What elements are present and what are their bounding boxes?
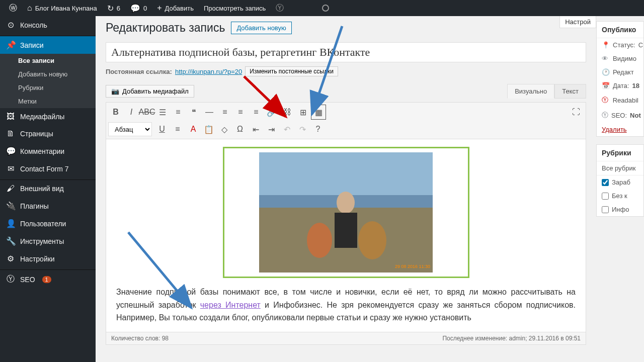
categories-box: Рубрики Все рубрик Зараб Без к Инфо <box>596 144 644 217</box>
text-color-button[interactable]: A <box>186 122 201 137</box>
site-name[interactable]: ⌂Блог Ивана Кунпана <box>22 0 102 16</box>
svg-rect-0 <box>259 152 433 195</box>
menu-pages-label: Страницы <box>20 130 53 138</box>
wp-logo[interactable]: ⓦ <box>4 0 22 16</box>
quote-button[interactable]: ❝ <box>186 105 201 120</box>
calendar-icon: 📅 <box>602 82 610 89</box>
svg-rect-4 <box>335 213 357 248</box>
menu-settings[interactable]: ⚙Настройки <box>0 250 96 267</box>
menu-media[interactable]: 🖾Медиафайлы <box>0 108 96 125</box>
delete-link[interactable]: Удалить <box>602 126 627 133</box>
pin-icon: 📌 <box>6 40 15 50</box>
paste-text-button[interactable]: 📋 <box>201 122 216 137</box>
svg-point-5 <box>307 223 332 258</box>
special-char-button[interactable]: Ω <box>232 122 248 137</box>
cat-tab-all[interactable]: Все рубрик <box>597 161 643 175</box>
hr-button[interactable]: — <box>202 105 217 120</box>
content-link[interactable]: через Интернет <box>200 301 261 309</box>
link-button[interactable]: 🔗 <box>264 105 279 120</box>
menu-cf7[interactable]: ✉Contact Form 7 <box>0 160 96 177</box>
align-right-button[interactable]: ≡ <box>249 105 264 120</box>
toolbar-toggle-button[interactable]: ▦ <box>311 105 326 120</box>
bold-button[interactable]: B <box>108 105 123 120</box>
undo-button[interactable]: ↶ <box>279 122 294 137</box>
submenu-tags[interactable]: Метки <box>0 95 96 108</box>
user-icon: 👤 <box>6 219 15 228</box>
editor-content[interactable]: 29 08 2016 11:30 Значение подписной базы… <box>106 139 586 332</box>
updates[interactable]: ↻6 <box>102 0 125 16</box>
cat-checkbox-3[interactable] <box>602 206 609 213</box>
menu-plugins[interactable]: 🔌Плагины <box>0 197 96 215</box>
outdent-button[interactable]: ⇤ <box>248 122 263 137</box>
post-title-input[interactable] <box>106 42 586 62</box>
align-left-button[interactable]: ≡ <box>217 105 232 120</box>
help-button[interactable]: ? <box>310 122 326 137</box>
svg-text:29 08 2016 11:30: 29 08 2016 11:30 <box>395 264 430 269</box>
permalink-label: Постоянная ссылка: <box>106 68 172 75</box>
fullscreen-button[interactable]: ⛶ <box>569 105 584 120</box>
bullet-list-button[interactable]: ☰ <box>155 105 170 120</box>
clock-icon: 🕐 <box>602 68 610 76</box>
format-select[interactable]: Абзац <box>108 122 152 136</box>
admin-sidebar: ⊙Консоль 📌Записи Все записи Добавить нов… <box>0 16 96 362</box>
menu-users-label: Пользователи <box>20 220 66 228</box>
permalink-url[interactable]: http://ikunpan.ru/?p=20 <box>175 68 242 75</box>
menu-seo[interactable]: ⓎSEO1 <box>0 270 96 289</box>
tab-visual[interactable]: Визуально <box>507 84 554 99</box>
sliders-icon: ⚙ <box>6 254 15 263</box>
menu-appearance[interactable]: 🖌Внешний вид <box>0 180 96 197</box>
menu-plugins-label: Плагины <box>20 202 49 210</box>
menu-appearance-label: Внешний вид <box>20 185 64 193</box>
add-media-button[interactable]: 📷Добавить медиафайл <box>106 85 194 98</box>
wrench-icon: 🔧 <box>6 236 15 246</box>
menu-dashboard[interactable]: ⊙Консоль <box>0 16 96 34</box>
updates-count: 6 <box>117 5 120 12</box>
view-post[interactable]: Просмотреть запись <box>199 0 271 16</box>
media-icon: 🖾 <box>6 112 15 121</box>
more-button[interactable]: ⊞ <box>295 105 310 120</box>
italic-button[interactable]: I <box>124 105 139 120</box>
categories-head: Рубрики <box>597 145 643 161</box>
align-center-button[interactable]: ≡ <box>233 105 248 120</box>
post-image[interactable]: 29 08 2016 11:30 <box>259 152 433 273</box>
word-count: Количество слов: 98 <box>111 335 169 342</box>
menu-posts-label: Записи <box>20 41 43 49</box>
selected-image-frame: 29 08 2016 11:30 <box>223 147 469 278</box>
comments-count: 0 <box>143 5 147 12</box>
seo-badge: 1 <box>42 276 51 283</box>
screen-options-tab[interactable]: Настрой <box>559 16 596 28</box>
submenu-all-posts[interactable]: Все записи <box>0 54 96 67</box>
menu-users[interactable]: 👤Пользователи <box>0 215 96 232</box>
brush-icon: 🖌 <box>6 184 15 193</box>
yoast-icon: Ⓨ <box>602 111 608 120</box>
yoast-icon[interactable]: Ⓨ <box>271 0 289 16</box>
menu-comments[interactable]: 💬Комментарии <box>0 142 96 160</box>
cat-checkbox-2[interactable] <box>602 193 609 200</box>
menu-tools[interactable]: 🔧Инструменты <box>0 232 96 250</box>
underline-button[interactable]: U <box>154 122 170 137</box>
new-content[interactable]: +Добавить <box>152 0 199 16</box>
clear-format-button[interactable]: ◇ <box>217 122 232 137</box>
comments-bubble[interactable]: 💬0 <box>125 0 152 16</box>
unlink-button[interactable]: ⛓ <box>280 105 295 120</box>
menu-tools-label: Инструменты <box>20 237 64 245</box>
cat-checkbox-1[interactable] <box>602 179 609 186</box>
justify-button[interactable]: ≡ <box>170 122 185 137</box>
add-new-button[interactable]: Добавить новую <box>231 22 291 34</box>
publish-box: Опублико 📍Статус: С 👁Видимо 🕐Редакт 📅Дат… <box>596 21 644 137</box>
redo-button[interactable]: ↷ <box>295 122 310 137</box>
strike-button[interactable]: ABC <box>139 105 154 120</box>
menu-pages[interactable]: 🗎Страницы <box>0 125 96 142</box>
number-list-button[interactable]: ≡ <box>171 105 186 120</box>
submenu-categories[interactable]: Рубрики <box>0 81 96 95</box>
indent-button[interactable]: ⇥ <box>264 122 279 137</box>
menu-seo-label: SEO <box>20 276 35 284</box>
dashboard-icon: ⊙ <box>6 20 15 30</box>
tab-text[interactable]: Текст <box>554 84 586 99</box>
edit-permalink-button[interactable]: Изменить постоянные ссылки <box>245 66 338 76</box>
submenu-new-post[interactable]: Добавить новую <box>0 67 96 81</box>
envelope-icon: ✉ <box>6 164 15 173</box>
add-media-label: Добавить медиафайл <box>122 87 189 95</box>
new-label: Добавить <box>165 5 193 12</box>
menu-posts[interactable]: 📌Записи <box>0 36 96 54</box>
